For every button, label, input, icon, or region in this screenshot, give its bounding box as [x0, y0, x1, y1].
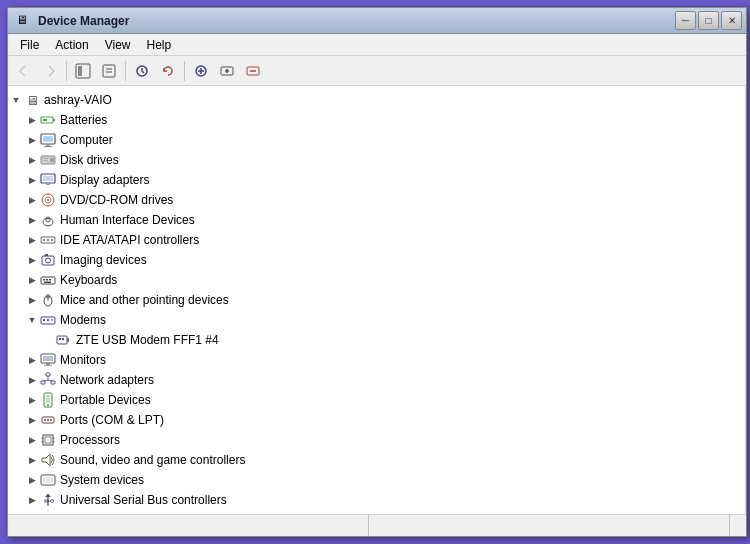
menu-file[interactable]: File — [12, 36, 47, 54]
tree-item-computer[interactable]: ▶ Computer — [8, 130, 745, 150]
device-tree[interactable]: ▼ 🖥 ashray-VAIO ▶ Batteries ▶ C — [8, 86, 746, 514]
ports-expander[interactable]: ▶ — [24, 412, 40, 428]
svg-rect-2 — [103, 65, 115, 77]
monitors-expander[interactable]: ▶ — [24, 352, 40, 368]
tree-item-network[interactable]: ▶ Network adapters — [8, 370, 745, 390]
svg-rect-51 — [62, 338, 64, 340]
portable-expander[interactable]: ▶ — [24, 392, 40, 408]
tree-item-ports[interactable]: ▶ Ports (COM & LPT) — [8, 410, 745, 430]
usb-label: Universal Serial Bus controllers — [60, 493, 227, 507]
scan-hardware-button[interactable] — [189, 59, 213, 83]
tree-item-system[interactable]: ▶ System devices — [8, 470, 745, 490]
status-pane-2 — [369, 515, 730, 536]
tree-item-ide[interactable]: ▶ IDE ATA/ATAPI controllers — [8, 230, 745, 250]
svg-rect-32 — [47, 239, 49, 241]
close-button[interactable]: ✕ — [721, 11, 742, 30]
tree-item-dvd[interactable]: ▶ DVD/CD-ROM drives — [8, 190, 745, 210]
computer-expander[interactable]: ▶ — [24, 132, 40, 148]
mice-expander[interactable]: ▶ — [24, 292, 40, 308]
dvd-expander[interactable]: ▶ — [24, 192, 40, 208]
batteries-expander[interactable]: ▶ — [24, 112, 40, 128]
properties-button[interactable] — [97, 59, 121, 83]
tree-item-processors[interactable]: ▶ Processors — [8, 430, 745, 450]
hid-expander[interactable]: ▶ — [24, 212, 40, 228]
window-title: Device Manager — [38, 14, 129, 28]
portable-icon — [40, 392, 56, 408]
svg-rect-52 — [67, 338, 69, 342]
zte-expander: ▶ — [40, 332, 56, 348]
tree-item-zte[interactable]: ▶ ZTE USB Modem FFF1 #4 — [8, 330, 745, 350]
menu-bar: File Action View Help — [8, 34, 746, 56]
root-label: ashray-VAIO — [44, 93, 112, 107]
ide-label: IDE ATA/ATAPI controllers — [60, 233, 199, 247]
tree-item-display[interactable]: ▶ Display adapters — [8, 170, 745, 190]
tree-item-usb[interactable]: ▶ Universal Serial Bus controllers — [8, 490, 745, 510]
svg-rect-59 — [51, 381, 55, 384]
tree-item-modems[interactable]: ▼ Modems — [8, 310, 745, 330]
system-label: System devices — [60, 473, 144, 487]
imaging-icon — [40, 252, 56, 268]
svg-rect-22 — [43, 176, 53, 181]
add-hardware-button[interactable] — [215, 59, 239, 83]
display-expander[interactable]: ▶ — [24, 172, 40, 188]
sound-expander[interactable]: ▶ — [24, 452, 40, 468]
svg-rect-1 — [78, 66, 82, 76]
imaging-expander[interactable]: ▶ — [24, 252, 40, 268]
portable-label: Portable Devices — [60, 393, 151, 407]
tree-root[interactable]: ▼ 🖥 ashray-VAIO — [8, 90, 745, 110]
menu-action[interactable]: Action — [47, 36, 96, 54]
keyboards-expander[interactable]: ▶ — [24, 272, 40, 288]
menu-view[interactable]: View — [97, 36, 139, 54]
ide-expander[interactable]: ▶ — [24, 232, 40, 248]
forward-button[interactable] — [38, 59, 62, 83]
rollback-driver-button[interactable] — [156, 59, 180, 83]
tree-item-portable[interactable]: ▶ Portable Devices — [8, 390, 745, 410]
svg-rect-23 — [46, 183, 50, 185]
status-pane-1 — [8, 515, 369, 536]
showhide-button[interactable] — [71, 59, 95, 83]
svg-rect-71 — [45, 437, 51, 443]
monitors-icon — [40, 352, 56, 368]
svg-rect-11 — [53, 119, 55, 121]
minimize-button[interactable]: ─ — [675, 11, 696, 30]
tree-item-hid[interactable]: ▶ Human Interface Devices — [8, 210, 745, 230]
tree-item-mice[interactable]: ▶ Mice and other pointing devices — [8, 290, 745, 310]
toolbar-sep-3 — [184, 61, 185, 81]
hid-icon — [40, 212, 56, 228]
usb-expander[interactable]: ▶ — [24, 492, 40, 508]
maximize-button[interactable]: □ — [698, 11, 719, 30]
tree-item-sound[interactable]: ▶ Sound, video and game controllers — [8, 450, 745, 470]
system-expander[interactable]: ▶ — [24, 472, 40, 488]
display-icon — [40, 172, 56, 188]
svg-rect-34 — [42, 256, 54, 265]
modems-expander[interactable]: ▼ — [24, 312, 40, 328]
svg-rect-20 — [43, 160, 48, 161]
system-icon — [40, 472, 56, 488]
tree-item-keyboards[interactable]: ▶ Keyboards — [8, 270, 745, 290]
processors-expander[interactable]: ▶ — [24, 432, 40, 448]
menu-help[interactable]: Help — [139, 36, 180, 54]
svg-line-61 — [43, 380, 48, 381]
tree-item-imaging[interactable]: ▶ Imaging devices — [8, 250, 745, 270]
svg-rect-39 — [46, 279, 48, 281]
svg-point-68 — [47, 419, 49, 421]
tree-item-batteries[interactable]: ▶ Batteries — [8, 110, 745, 130]
disk-expander[interactable]: ▶ — [24, 152, 40, 168]
svg-rect-15 — [44, 146, 52, 147]
zte-icon — [56, 332, 72, 348]
processors-icon — [40, 432, 56, 448]
batteries-icon — [40, 112, 56, 128]
network-expander[interactable]: ▶ — [24, 372, 40, 388]
back-button[interactable] — [12, 59, 36, 83]
update-driver-button[interactable] — [130, 59, 154, 83]
svg-rect-54 — [43, 356, 53, 361]
svg-rect-33 — [51, 239, 53, 241]
svg-rect-79 — [45, 485, 51, 486]
svg-point-26 — [47, 199, 49, 201]
svg-rect-14 — [46, 144, 50, 146]
remove-device-button[interactable] — [241, 59, 265, 83]
tree-item-disk[interactable]: ▶ Disk drives — [8, 150, 745, 170]
modems-icon — [40, 312, 56, 328]
root-expander[interactable]: ▼ — [8, 92, 24, 108]
tree-item-monitors[interactable]: ▶ Monitors — [8, 350, 745, 370]
